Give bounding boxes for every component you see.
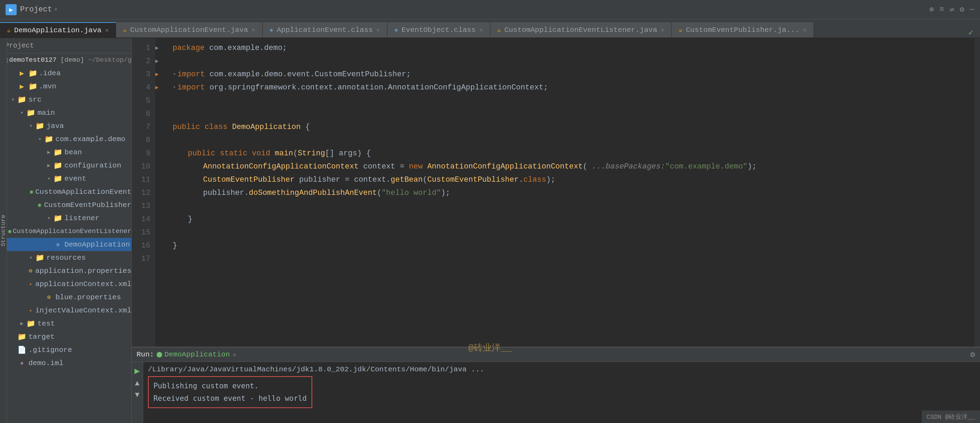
tab-java-icon-4: ☕ <box>679 26 682 34</box>
run-path-text: /Library/Java/JavaVirtualMachines/jdk1.8… <box>148 366 975 374</box>
tree-item-resources[interactable]: ▾ 📁 resources <box>0 251 131 264</box>
tree-label-blue: blue.properties <box>56 293 121 301</box>
arrow-event: ▾ <box>45 175 52 182</box>
folder-icon-idea: ▶ <box>17 69 27 78</box>
properties-icon-app: ⚙ <box>27 267 34 274</box>
file-icon-git: 📄 <box>17 346 27 354</box>
tab-custom-listener[interactable]: ☕ CustomApplicationEventListener.java ✕ <box>490 22 672 37</box>
tree-item-gitignore[interactable]: 📄 .gitignore <box>0 343 131 356</box>
tree-label-app-props: application.properties <box>35 267 131 275</box>
tree-label-src: src <box>29 96 41 104</box>
tab-close-5[interactable]: ✕ <box>660 26 664 34</box>
tab-label-6: CustomEventPublisher.ja... <box>686 26 799 34</box>
folder-icon-listener: 📁 <box>52 214 63 223</box>
code-line-9: public static void main(String[] args) { <box>173 147 974 160</box>
tab-app-event[interactable]: ◈ ApplicationEvent.class ✕ <box>262 22 387 37</box>
tree-item-inject-xml[interactable]: ✦ injectValueContext.xml <box>0 304 131 317</box>
sidebar-tree: ▾ ▣ demoTest0127 [demo] ~/Desktop/git/de… <box>0 53 131 423</box>
tree-label-cael: CustomApplicationEventListener <box>13 227 131 235</box>
code-editor: 1 2 3 4 5 6 7 8 9 10 11 12 13 14 15 16 1 <box>132 38 980 347</box>
tab-event-object[interactable]: ◈ EventObject.class ✕ <box>387 22 490 37</box>
tree-item-idea[interactable]: ▶ 📁 .idea <box>0 67 131 80</box>
project-dropdown-arrow[interactable]: ▾ <box>53 5 58 14</box>
tab-label-4: EventObject.class <box>401 26 476 34</box>
tree-label-iml: demo.iml <box>29 359 64 367</box>
tree-label-bean: bean <box>64 148 82 156</box>
status-bar: CSDN @砖业洋__ <box>922 410 980 423</box>
title-bar-controls: ⊕ ≡ ⇌ ⚙ — <box>929 5 974 14</box>
tab-java-icon-3: ☕ <box>497 26 501 34</box>
tree-item-root[interactable]: ▾ ▣ demoTest0127 [demo] ~/Desktop/git/de… <box>0 53 131 67</box>
tree-label-root: demoTest0127 [demo] ~/Desktop/git/demoTe… <box>9 56 131 64</box>
folder-icon-event: 📁 <box>52 174 63 183</box>
tree-item-mvn[interactable]: ▶ 📁 .mvn <box>0 80 131 93</box>
run-button[interactable]: ▶ <box>134 366 140 377</box>
code-line-17 <box>173 252 974 266</box>
tree-item-main[interactable]: ▾ 📁 main <box>0 106 131 119</box>
tab-custom-publisher[interactable]: ☕ CustomEventPublisher.ja... ✕ <box>671 22 814 37</box>
xml-icon-inject: ✦ <box>27 307 34 314</box>
folder-icon-resources: 📁 <box>35 254 45 262</box>
nav-icon-1[interactable]: ⊕ <box>929 5 934 14</box>
scroll-up-button[interactable]: ▲ <box>135 379 139 388</box>
tree-label-cep: CustomEventPublisher <box>44 201 131 209</box>
run-tab-close[interactable]: ✕ <box>232 351 236 359</box>
structure-sidebar-tab[interactable]: Structure <box>0 38 7 423</box>
nav-icon-3[interactable]: ⇌ <box>950 5 954 14</box>
tree-item-event[interactable]: ▾ 📁 event <box>0 172 131 185</box>
tab-close-4[interactable]: ✕ <box>479 26 483 34</box>
code-lines[interactable]: package com.example.demo; • import com.e… <box>165 38 974 347</box>
tree-label-app-ctx: applicationContext.xml <box>35 280 131 288</box>
tree-item-blue-props[interactable]: ⚙ blue.properties <box>0 291 131 304</box>
tree-item-demo-application[interactable]: ◉ DemoApplication <box>0 238 131 251</box>
tree-item-src[interactable]: ▾ 📁 src <box>0 93 131 106</box>
folder-icon-target: 📁 <box>17 332 27 341</box>
settings-icon[interactable]: ⚙ <box>960 5 964 14</box>
tab-close-6[interactable]: ✕ <box>803 26 807 34</box>
minimize-icon[interactable]: — <box>970 5 974 14</box>
tree-label-da: DemoApplication <box>64 241 130 249</box>
nav-icon-2[interactable]: ≡ <box>939 5 944 14</box>
code-line-12: publisher.doSomethingAndPublishAnEvent("… <box>173 187 974 200</box>
tree-item-cael[interactable]: ◉ CustomApplicationEventListener <box>0 225 131 238</box>
code-line-15 <box>173 226 974 239</box>
code-line-10: AnnotationConfigApplicationContext conte… <box>173 160 974 173</box>
tree-item-app-ctx-xml[interactable]: ✦ applicationContext.xml <box>0 278 131 291</box>
tree-item-app-props[interactable]: ⚙ application.properties <box>0 264 131 278</box>
bottom-panel-content-row: ▶ ▲ ▼ /Library/Java/JavaVirtualMachines/… <box>132 362 980 423</box>
sidebar: Project ▾ ▣ demoTest0127 [demo] ~/Deskto… <box>0 38 132 423</box>
tree-item-custom-app-event[interactable]: ◉ CustomApplicationEvent <box>0 185 131 198</box>
code-line-2 <box>173 55 974 68</box>
bottom-settings-icon[interactable]: ⚙ <box>970 350 975 359</box>
tree-item-bean[interactable]: ▶ 📁 bean <box>0 145 131 159</box>
tab-custom-app-event[interactable]: ☕ CustomApplicationEvent.java ✕ <box>116 22 262 37</box>
code-line-4: • import org.springframework.context.ann… <box>173 81 974 94</box>
tree-item-iml[interactable]: ◆ demo.iml <box>0 356 131 370</box>
run-label: Run: <box>137 351 154 359</box>
sidebar-header: Project <box>0 38 131 53</box>
tab-class-icon-2: ◈ <box>395 26 398 34</box>
tree-item-java[interactable]: ▾ 📁 java <box>0 119 131 132</box>
tab-close-3[interactable]: ✕ <box>376 26 380 34</box>
code-line-13 <box>173 200 974 213</box>
tree-item-listener[interactable]: ▾ 📁 listener <box>0 212 131 225</box>
tree-label-inject: injectValueContext.xml <box>35 306 131 314</box>
tree-item-com-example-demo[interactable]: ▾ 📁 com.example.demo <box>0 132 131 145</box>
bottom-panel: Run: DemoApplication ✕ ⚙ ▶ ▲ ▼ <box>132 347 980 423</box>
output-line-2: Received custom event - hello world <box>154 392 307 405</box>
tree-label-java: java <box>46 122 64 130</box>
spring-icon-cep: ◉ <box>37 201 43 208</box>
properties-icon-blue: ⚙ <box>44 294 54 301</box>
tree-item-configuration[interactable]: ▶ 📁 configuration <box>0 159 131 172</box>
tree-item-test[interactable]: ▶ 📁 test <box>0 317 131 330</box>
tab-close-2[interactable]: ✕ <box>251 26 255 34</box>
tree-item-custom-event-publisher[interactable]: ◉ CustomEventPublisher <box>0 198 131 212</box>
spring-icon-cael: ◉ <box>8 228 11 235</box>
tab-close-1[interactable]: ✕ <box>105 26 109 34</box>
scroll-down-button[interactable]: ▼ <box>135 391 139 399</box>
bottom-panel-settings: ⚙ <box>970 350 975 359</box>
run-tab[interactable]: Run: DemoApplication ✕ <box>137 351 236 359</box>
green-check-indicator: ✓ <box>969 28 980 37</box>
tab-demo-application[interactable]: ☕ DemoApplication.java ✕ <box>0 22 116 37</box>
tree-item-target[interactable]: 📁 target <box>0 330 131 343</box>
